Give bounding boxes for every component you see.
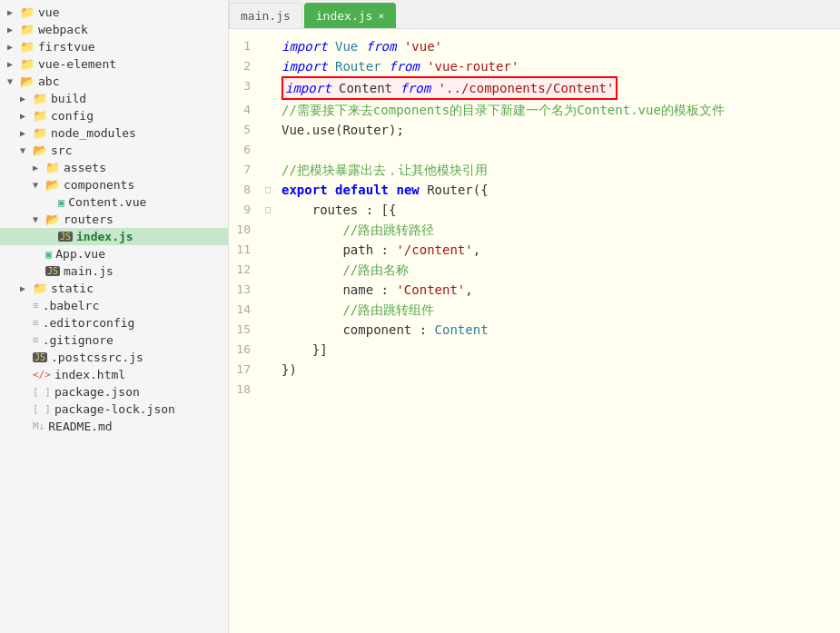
sidebar-item-config[interactable]: 📁config <box>0 107 228 124</box>
folder-icon: 📂 <box>20 74 35 88</box>
item-label: static <box>51 282 94 295</box>
code-editor: 1import Vue from 'vue'2import Router fro… <box>229 29 840 633</box>
sidebar-item-src[interactable]: 📂src <box>0 142 228 159</box>
code-line-13: 13 name : 'Content', <box>229 280 840 300</box>
folder-icon: 📁 <box>33 126 47 140</box>
token: name : <box>282 282 396 297</box>
line-content: path : '/content', <box>274 240 840 260</box>
item-label: assets <box>64 161 106 174</box>
string: '../components/Content' <box>439 81 615 95</box>
vue-file-icon: ▣ <box>45 248 52 261</box>
sidebar-item-App.vue[interactable]: ▣App.vue <box>0 245 228 262</box>
js-file-icon: JS <box>45 266 60 276</box>
line-number: 10 <box>229 220 262 240</box>
sidebar-item-vue-element[interactable]: 📁vue-element <box>0 55 228 73</box>
code-line-5: 5Vue.use(Router); <box>229 120 840 140</box>
token: , <box>473 242 480 257</box>
md-file-icon: M↓ <box>33 420 44 432</box>
item-label: .gitignore <box>43 333 114 347</box>
item-label: firstvue <box>38 40 95 54</box>
highlighted-import: import Content from '../components/Conte… <box>282 76 618 100</box>
tab-label: index.js <box>316 9 373 23</box>
code-text <box>430 81 438 95</box>
folder-icon: 📁 <box>20 40 35 54</box>
line-number: 13 <box>229 280 262 300</box>
folder-icon: 📁 <box>33 109 47 123</box>
item-label: main.js <box>64 264 114 278</box>
annotation-text: //需要接下来去components的目录下新建一个名为Content.vue的… <box>282 103 725 117</box>
token: default <box>335 183 396 197</box>
item-label: index.html <box>54 368 125 381</box>
line-number: 6 <box>229 140 262 160</box>
config-file-icon: ≡ <box>33 317 39 329</box>
sidebar-item-package-lock.json[interactable]: [ ]package-lock.json <box>0 401 228 418</box>
tab-main.js[interactable]: main.js <box>229 3 302 28</box>
code-line-16: 16 }] <box>229 340 840 360</box>
sidebar-item-README.md[interactable]: M↓README.md <box>0 418 228 435</box>
line-content: import Vue from 'vue' <box>274 36 840 56</box>
code-line-7: 7//把模块暴露出去，让其他模块引用 <box>229 160 840 180</box>
sidebar-item-node_modules[interactable]: 📁node_modules <box>0 124 228 142</box>
sidebar-item-components[interactable]: 📂components <box>0 176 228 193</box>
token: //路由跳转组件 <box>282 302 434 317</box>
token: Vue <box>335 39 358 54</box>
line-number: 2 <box>229 56 262 76</box>
sidebar-item-.gitignore[interactable]: ≡.gitignore <box>0 331 228 349</box>
item-label: package-lock.json <box>54 402 175 416</box>
code-line-8: 8□export default new Router({ <box>229 180 840 200</box>
sidebar-item-.postcssrc.js[interactable]: JS.postcssrc.js <box>0 349 228 366</box>
item-label: vue <box>38 5 59 19</box>
code-text: Content <box>331 81 400 95</box>
sidebar-item-webpack[interactable]: 📁webpack <box>0 21 228 38</box>
code-line-14: 14 //路由跳转组件 <box>229 300 840 320</box>
sidebar-item-static[interactable]: 📁static <box>0 280 228 297</box>
token: import <box>282 59 335 74</box>
file-tree: 📁vue📁webpack📁firstvue📁vue-element📂abc📁bu… <box>0 0 229 633</box>
code-line-3: 3import Content from '../components/Cont… <box>229 76 840 100</box>
item-label: abc <box>38 74 59 88</box>
token: //路由名称 <box>282 262 409 277</box>
sidebar-item-index.js[interactable]: JSindex.js <box>0 228 228 245</box>
token: , <box>465 282 472 297</box>
line-number: 4 <box>229 100 262 120</box>
line-content: //需要接下来去components的目录下新建一个名为Content.vue的… <box>274 100 840 120</box>
tab-label: main.js <box>241 9 291 23</box>
keyword: from <box>400 81 430 95</box>
tab-close-button[interactable]: ✕ <box>378 10 384 22</box>
code-line-2: 2import Router from 'vue-router' <box>229 56 840 76</box>
tab-index.js[interactable]: index.js✕ <box>304 3 396 28</box>
sidebar-item-index.html[interactable]: </>index.html <box>0 366 228 383</box>
line-content: export default new Router({ <box>274 180 840 200</box>
arrow-icon <box>7 59 20 69</box>
line-number: 7 <box>229 160 262 180</box>
code-line-18: 18 <box>229 380 840 400</box>
line-content: //把模块暴露出去，让其他模块引用 <box>274 160 840 180</box>
tab-bar: main.jsindex.js✕ <box>229 0 840 29</box>
line-content: //路由跳转组件 <box>274 300 840 320</box>
line-number: 5 <box>229 120 262 140</box>
folder-icon: 📂 <box>33 143 47 157</box>
code-line-17: 17}) <box>229 360 840 380</box>
sidebar-item-firstvue[interactable]: 📁firstvue <box>0 38 228 55</box>
keyword: import <box>285 81 331 95</box>
line-number: 17 <box>229 360 262 380</box>
token: component : <box>282 322 435 337</box>
sidebar-item-assets[interactable]: 📁assets <box>0 159 228 176</box>
sidebar-item-build[interactable]: 📁build <box>0 90 228 107</box>
sidebar-item-routers[interactable]: 📂routers <box>0 211 228 228</box>
item-label: App.vue <box>55 247 105 261</box>
html-file-icon: </> <box>33 369 51 381</box>
sidebar-item-main.js[interactable]: JSmain.js <box>0 262 228 280</box>
line-content: import Content from '../components/Conte… <box>274 76 840 100</box>
js-file-icon: JS <box>58 232 73 242</box>
sidebar-item-Content.vue[interactable]: ▣Content.vue <box>0 193 228 211</box>
code-line-12: 12 //路由名称 <box>229 260 840 280</box>
sidebar-item-abc[interactable]: 📂abc <box>0 73 228 90</box>
sidebar-item-vue[interactable]: 📁vue <box>0 4 228 21</box>
sidebar-item-package.json[interactable]: [ ]package.json <box>0 383 228 401</box>
line-content: routes : [{ <box>274 200 840 220</box>
code-line-15: 15 component : Content <box>229 320 840 340</box>
sidebar-item-.editorconfig[interactable]: ≡.editorconfig <box>0 314 228 331</box>
sidebar-item-.babelrc[interactable]: ≡.babelrc <box>0 297 228 314</box>
token: Router({ <box>427 183 488 197</box>
